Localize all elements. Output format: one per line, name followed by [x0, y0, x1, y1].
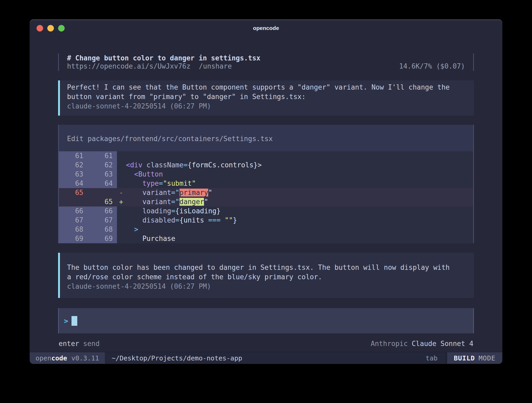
diff-row: 65- variant="primary" — [58, 188, 474, 197]
code-token: { — [188, 161, 192, 169]
diff-new-line-number: 65 — [88, 197, 117, 206]
enter-key-hint: enter — [59, 339, 79, 348]
model-label: Claude Sonnet 4 — [412, 339, 473, 348]
code-token: Purchase — [142, 235, 175, 242]
close-button-icon[interactable] — [37, 25, 43, 32]
diff-old-line-number: 67 — [58, 216, 88, 225]
diff-code-line: > — [126, 225, 138, 234]
assistant-message: Perfect! I can see that the Button compo… — [58, 80, 474, 116]
diff-new-line-number: 64 — [88, 179, 117, 188]
minimize-button-icon[interactable] — [47, 25, 54, 32]
diff-old-line-number: 68 — [58, 225, 88, 234]
opencode-window: opencode # Change button color to danger… — [30, 19, 502, 364]
code-token: "" — [225, 216, 233, 224]
code-token: <Button — [134, 170, 163, 178]
titlebar[interactable]: opencode — [30, 19, 502, 37]
code-token: variant — [142, 189, 171, 197]
code-token: " — [208, 189, 212, 197]
message-model-timestamp: claude-sonnet-4-20250514 (06:27 PM) — [67, 101, 465, 111]
app-name-prefix: open — [35, 354, 51, 362]
code-token: formCs.controls — [192, 161, 253, 169]
app-version-chip: opencode v0.3.11 — [30, 352, 105, 364]
footer-hints: enter send Anthropic Claude Sonnet 4 — [58, 339, 474, 348]
code-token — [126, 198, 142, 206]
code-token: " — [204, 198, 208, 206]
code-token: loading — [142, 207, 171, 215]
diff-old-line-number: 65 — [58, 188, 88, 197]
main-content: # Change button color to danger in setti… — [58, 54, 474, 348]
message-model-timestamp: claude-sonnet-4-20250514 (06:27 PM) — [67, 282, 465, 291]
code-token: <div — [126, 161, 142, 169]
diff-code-line: variant="primary" — [126, 188, 212, 197]
code-token: =" — [171, 189, 179, 197]
code-token: danger — [180, 198, 204, 206]
diff-code-line: loading={isLoading} — [126, 206, 221, 216]
zoom-button-icon[interactable] — [58, 25, 65, 32]
code-token — [126, 189, 142, 197]
message-text-line: a red/rose color scheme instead of the b… — [67, 272, 465, 282]
diff-sign — [117, 161, 126, 170]
diff-row: 6262<div className={formCs.controls}> — [58, 161, 474, 170]
prompt-input[interactable]: > — [58, 308, 474, 333]
code-token: { — [175, 207, 180, 215]
working-directory: ~/Desktop/Projects/demo-notes-app — [112, 352, 242, 364]
code-token — [126, 207, 142, 215]
diff-sign: - — [117, 188, 126, 197]
token-usage-cost: 14.6K/7% ($0.07) — [399, 62, 465, 70]
edit-file-path: Edit packages/frontend/src/containers/Se… — [58, 125, 474, 151]
diff-row: 6464 type="submit" — [58, 179, 474, 188]
diff-sign — [117, 179, 126, 188]
diff-old-line-number — [58, 197, 88, 206]
session-header: # Change button color to danger in setti… — [58, 54, 474, 71]
diff-row: 6969 Purchase — [58, 234, 474, 243]
code-token: primary — [180, 189, 208, 197]
diff-old-line-number: 61 — [58, 151, 88, 161]
diff-new-line-number: 63 — [88, 170, 117, 179]
code-token: units — [183, 216, 204, 224]
diff-new-line-number: 68 — [88, 225, 117, 234]
code-token — [126, 216, 142, 224]
message-text-line: Perfect! I can see that the Button compo… — [67, 82, 465, 92]
code-token — [126, 170, 134, 178]
code-token — [126, 225, 134, 233]
diff-code-line: variant="danger" — [126, 197, 208, 206]
diff-new-line-number: 61 — [88, 151, 117, 161]
diff-new-line-number: 69 — [88, 234, 117, 243]
diff-sign — [117, 234, 126, 243]
app-name-suffix: code — [51, 354, 67, 362]
mode-chip: BUILD MODE — [447, 352, 502, 364]
diff-code-line: type="submit" — [126, 179, 196, 188]
unshare-command-hint: /unshare — [199, 62, 232, 70]
mode-name: BUILD — [454, 354, 475, 362]
diff-sign — [117, 206, 126, 216]
diff-old-line-number: 69 — [58, 234, 88, 243]
code-token: === — [208, 216, 221, 224]
message-text-line: button variant from "primary" to "danger… — [67, 92, 465, 101]
code-token — [126, 179, 142, 187]
mode-suffix: MODE — [479, 354, 495, 362]
diff-code-line: disabled={units === ""} — [126, 216, 237, 225]
code-token: } — [216, 207, 221, 215]
prompt-chevron-icon: > — [64, 317, 68, 325]
code-token: "submit" — [163, 179, 196, 187]
diff-code-line: <Button — [126, 170, 163, 179]
code-token — [204, 216, 208, 224]
code-token: { — [180, 216, 184, 224]
code-token: = — [175, 216, 180, 224]
diff-old-line-number: 62 — [58, 161, 88, 170]
message-text-line: The button color has been changed to dan… — [67, 263, 465, 272]
code-token: =" — [171, 198, 179, 206]
session-title: # Change button color to danger in setti… — [67, 54, 465, 62]
diff-table: 61616262<div className={formCs.controls}… — [58, 151, 474, 243]
code-token: = — [171, 207, 175, 215]
diff-new-line-number: 67 — [88, 216, 117, 225]
diff-sign — [117, 225, 126, 234]
code-token: isLoading — [180, 207, 217, 215]
diff-sign — [117, 151, 126, 161]
diff-row: 6363 <Button — [58, 170, 474, 179]
diff-row: 65+ variant="danger" — [58, 197, 474, 206]
code-token — [221, 216, 225, 224]
code-token — [126, 235, 142, 242]
status-bar: opencode v0.3.11 ~/Desktop/Projects/demo… — [30, 352, 502, 364]
share-url-link[interactable]: https://opencode.ai/s/UwJxv76z — [67, 62, 191, 70]
